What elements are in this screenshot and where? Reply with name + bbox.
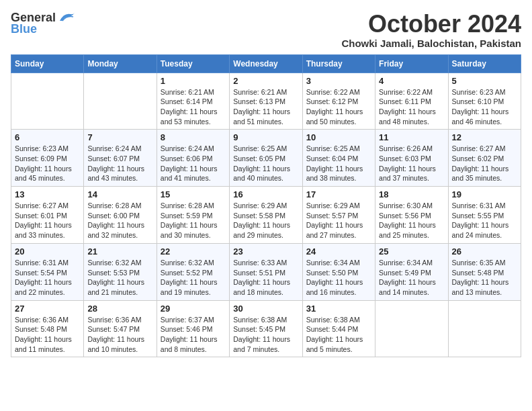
calendar-cell: 2Sunrise: 6:21 AM Sunset: 6:13 PM Daylig… (230, 73, 302, 130)
day-detail: Sunrise: 6:24 AM Sunset: 6:06 PM Dayligh… (161, 144, 226, 183)
calendar-cell (11, 73, 84, 130)
day-detail: Sunrise: 6:32 AM Sunset: 5:53 PM Dayligh… (87, 258, 152, 298)
calendar-cell: 17Sunrise: 6:29 AM Sunset: 5:57 PM Dayli… (302, 187, 375, 244)
calendar-cell: 19Sunrise: 6:31 AM Sunset: 5:55 PM Dayli… (448, 187, 521, 244)
day-number: 5 (452, 76, 517, 86)
day-detail: Sunrise: 6:32 AM Sunset: 5:52 PM Dayligh… (161, 258, 226, 298)
calendar-cell: 12Sunrise: 6:27 AM Sunset: 6:02 PM Dayli… (448, 130, 521, 187)
column-header-saturday: Saturday (448, 54, 521, 73)
calendar-cell: 11Sunrise: 6:26 AM Sunset: 6:03 PM Dayli… (375, 130, 448, 187)
day-detail: Sunrise: 6:38 AM Sunset: 5:44 PM Dayligh… (306, 315, 371, 355)
day-number: 11 (379, 132, 444, 142)
calendar-cell: 31Sunrise: 6:38 AM Sunset: 5:44 PM Dayli… (302, 300, 375, 357)
day-detail: Sunrise: 6:21 AM Sunset: 6:13 PM Dayligh… (233, 87, 298, 127)
calendar-cell: 7Sunrise: 6:24 AM Sunset: 6:07 PM Daylig… (84, 130, 157, 187)
day-number: 12 (452, 132, 517, 142)
day-detail: Sunrise: 6:25 AM Sunset: 6:05 PM Dayligh… (233, 144, 298, 183)
day-number: 19 (452, 189, 517, 199)
calendar-cell: 23Sunrise: 6:33 AM Sunset: 5:51 PM Dayli… (230, 243, 302, 300)
day-number: 21 (87, 246, 152, 257)
day-number: 1 (161, 76, 226, 86)
day-detail: Sunrise: 6:38 AM Sunset: 5:45 PM Dayligh… (233, 315, 298, 355)
day-number: 13 (15, 189, 80, 199)
calendar-cell: 16Sunrise: 6:29 AM Sunset: 5:58 PM Dayli… (230, 187, 302, 244)
day-number: 31 (306, 304, 371, 314)
calendar-cell: 26Sunrise: 6:35 AM Sunset: 5:48 PM Dayli… (448, 243, 521, 300)
day-detail: Sunrise: 6:22 AM Sunset: 6:11 PM Dayligh… (379, 87, 444, 127)
calendar-cell: 4Sunrise: 6:22 AM Sunset: 6:11 PM Daylig… (375, 73, 448, 130)
column-header-tuesday: Tuesday (157, 54, 229, 73)
day-detail: Sunrise: 6:27 AM Sunset: 6:01 PM Dayligh… (15, 201, 80, 240)
calendar-week-row: 13Sunrise: 6:27 AM Sunset: 6:01 PM Dayli… (11, 187, 521, 244)
column-header-friday: Friday (375, 54, 448, 73)
calendar-cell: 15Sunrise: 6:28 AM Sunset: 5:59 PM Dayli… (157, 187, 229, 244)
page-header: General Blue October 2024 Chowki Jamali,… (11, 11, 521, 49)
day-number: 28 (87, 304, 152, 314)
day-detail: Sunrise: 6:23 AM Sunset: 6:09 PM Dayligh… (15, 144, 80, 183)
page-title: October 2024 (341, 11, 521, 38)
calendar-table: SundayMondayTuesdayWednesdayThursdayFrid… (11, 54, 521, 358)
calendar-cell: 28Sunrise: 6:36 AM Sunset: 5:47 PM Dayli… (84, 300, 157, 357)
day-detail: Sunrise: 6:35 AM Sunset: 5:48 PM Dayligh… (452, 258, 517, 298)
title-block: October 2024 Chowki Jamali, Balochistan,… (341, 11, 521, 49)
day-detail: Sunrise: 6:36 AM Sunset: 5:48 PM Dayligh… (15, 315, 80, 355)
calendar-cell: 3Sunrise: 6:22 AM Sunset: 6:12 PM Daylig… (302, 73, 375, 130)
column-header-monday: Monday (84, 54, 157, 73)
calendar-cell: 18Sunrise: 6:30 AM Sunset: 5:56 PM Dayli… (375, 187, 448, 244)
calendar-cell: 10Sunrise: 6:25 AM Sunset: 6:04 PM Dayli… (302, 130, 375, 187)
day-number: 17 (306, 189, 371, 199)
calendar-cell: 8Sunrise: 6:24 AM Sunset: 6:06 PM Daylig… (157, 130, 229, 187)
day-number: 25 (379, 246, 444, 257)
day-detail: Sunrise: 6:27 AM Sunset: 6:02 PM Dayligh… (452, 144, 517, 183)
day-detail: Sunrise: 6:34 AM Sunset: 5:49 PM Dayligh… (379, 258, 444, 298)
calendar-cell (84, 73, 157, 130)
day-number: 9 (233, 132, 298, 142)
day-number: 29 (161, 304, 226, 314)
day-number: 23 (233, 246, 298, 257)
calendar-cell: 25Sunrise: 6:34 AM Sunset: 5:49 PM Dayli… (375, 243, 448, 300)
day-number: 8 (161, 132, 226, 142)
day-detail: Sunrise: 6:22 AM Sunset: 6:12 PM Dayligh… (306, 87, 371, 127)
calendar-cell (375, 300, 448, 357)
calendar-week-row: 1Sunrise: 6:21 AM Sunset: 6:14 PM Daylig… (11, 73, 521, 130)
day-number: 27 (15, 304, 80, 314)
day-detail: Sunrise: 6:31 AM Sunset: 5:54 PM Dayligh… (15, 258, 80, 298)
calendar-cell: 27Sunrise: 6:36 AM Sunset: 5:48 PM Dayli… (11, 300, 84, 357)
calendar-cell: 6Sunrise: 6:23 AM Sunset: 6:09 PM Daylig… (11, 130, 84, 187)
calendar-cell: 21Sunrise: 6:32 AM Sunset: 5:53 PM Dayli… (84, 243, 157, 300)
day-number: 18 (379, 189, 444, 199)
calendar-cell: 1Sunrise: 6:21 AM Sunset: 6:14 PM Daylig… (157, 73, 229, 130)
calendar-cell: 29Sunrise: 6:37 AM Sunset: 5:46 PM Dayli… (157, 300, 229, 357)
calendar-cell: 13Sunrise: 6:27 AM Sunset: 6:01 PM Dayli… (11, 187, 84, 244)
calendar-week-row: 6Sunrise: 6:23 AM Sunset: 6:09 PM Daylig… (11, 130, 521, 187)
day-detail: Sunrise: 6:29 AM Sunset: 5:57 PM Dayligh… (306, 201, 371, 240)
calendar-cell: 20Sunrise: 6:31 AM Sunset: 5:54 PM Dayli… (11, 243, 84, 300)
day-number: 30 (233, 304, 298, 314)
calendar-cell: 5Sunrise: 6:23 AM Sunset: 6:10 PM Daylig… (448, 73, 521, 130)
day-detail: Sunrise: 6:25 AM Sunset: 6:04 PM Dayligh… (306, 144, 371, 183)
logo: General Blue (11, 11, 76, 36)
calendar-week-row: 27Sunrise: 6:36 AM Sunset: 5:48 PM Dayli… (11, 300, 521, 357)
calendar-cell: 9Sunrise: 6:25 AM Sunset: 6:05 PM Daylig… (230, 130, 302, 187)
column-header-thursday: Thursday (302, 54, 375, 73)
calendar-cell: 14Sunrise: 6:28 AM Sunset: 6:00 PM Dayli… (84, 187, 157, 244)
column-header-sunday: Sunday (11, 54, 84, 73)
day-number: 16 (233, 189, 298, 199)
day-number: 22 (161, 246, 226, 257)
calendar-week-row: 20Sunrise: 6:31 AM Sunset: 5:54 PM Dayli… (11, 243, 521, 300)
logo-blue: Blue (11, 22, 37, 36)
day-detail: Sunrise: 6:24 AM Sunset: 6:07 PM Dayligh… (87, 144, 152, 183)
day-number: 6 (15, 132, 80, 142)
logo-bird-icon (57, 11, 76, 25)
day-number: 14 (87, 189, 152, 199)
day-detail: Sunrise: 6:34 AM Sunset: 5:50 PM Dayligh… (306, 258, 371, 298)
day-detail: Sunrise: 6:31 AM Sunset: 5:55 PM Dayligh… (452, 201, 517, 240)
day-detail: Sunrise: 6:28 AM Sunset: 6:00 PM Dayligh… (87, 201, 152, 240)
calendar-cell: 22Sunrise: 6:32 AM Sunset: 5:52 PM Dayli… (157, 243, 229, 300)
day-detail: Sunrise: 6:37 AM Sunset: 5:46 PM Dayligh… (161, 315, 226, 355)
day-detail: Sunrise: 6:21 AM Sunset: 6:14 PM Dayligh… (161, 87, 226, 127)
day-number: 26 (452, 246, 517, 257)
day-detail: Sunrise: 6:28 AM Sunset: 5:59 PM Dayligh… (161, 201, 226, 240)
day-number: 2 (233, 76, 298, 86)
day-detail: Sunrise: 6:29 AM Sunset: 5:58 PM Dayligh… (233, 201, 298, 240)
